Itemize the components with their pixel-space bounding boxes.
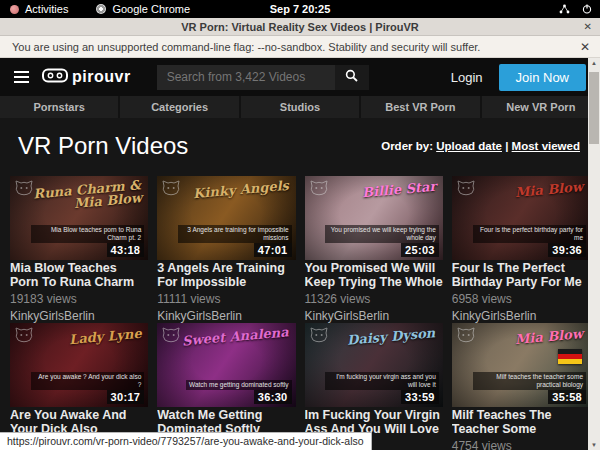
video-card: Runa Charm & Mia Blow Mia Blow teaches p… xyxy=(10,176,148,323)
video-title-link[interactable]: Four Is The Perfect Birthday Party For M… xyxy=(452,262,590,289)
video-card: Daisy Dyson I'm fucking your virgin ass … xyxy=(305,323,443,450)
studio-link[interactable]: KinkyGirlsBerlin xyxy=(452,310,590,323)
web-viewport: pirouvr Login Join Now PornstarsCategori… xyxy=(0,58,600,450)
duration-badge: 36:30 xyxy=(254,390,292,404)
nav-item-categories[interactable]: Categories xyxy=(120,96,240,118)
studio-cat-mask-icon xyxy=(457,180,475,200)
studio-cat-mask-icon xyxy=(162,180,180,200)
duration-badge: 43:18 xyxy=(107,243,145,257)
studio-link[interactable]: KinkyGirlsBerlin xyxy=(10,310,148,323)
window-close-icon[interactable]: ✕ xyxy=(584,21,592,32)
search-icon xyxy=(345,69,358,85)
video-card: Billie Star You promised we will keep tr… xyxy=(305,176,443,323)
studio-cat-mask-icon xyxy=(162,327,180,347)
video-title-link[interactable]: 3 Angels Are Training For Impossible Mis… xyxy=(157,262,295,289)
german-flag-icon xyxy=(558,349,582,364)
video-card: Lady Lyne Are you awake ? And your dick … xyxy=(10,323,148,450)
view-count: 19183 views xyxy=(10,293,148,305)
chrome-warning-bar: You are using an unsupported command-lin… xyxy=(0,36,600,58)
duration-badge: 47:01 xyxy=(254,243,292,257)
studio-cat-mask-icon xyxy=(457,327,475,347)
view-count: 11111 views xyxy=(157,293,295,305)
thumbnail-caption: 3 Angels are training for impossible mis… xyxy=(178,225,291,243)
main-nav: PornstarsCategoriesStudiosBest VR PornNe… xyxy=(0,96,600,118)
status-url-bar: https://pirouvr.com/vr-porn-video/779325… xyxy=(0,432,372,450)
video-thumbnail[interactable]: Kinky Angels 3 Angels are training for i… xyxy=(157,176,295,260)
scroll-down-icon[interactable]: ▼ xyxy=(588,442,600,448)
order-by: Order by: Upload date | Most viewed xyxy=(381,140,580,152)
scrollbar-thumb[interactable] xyxy=(589,72,599,144)
thumbnail-caption: I'm fucking your virgin ass and you will… xyxy=(325,372,438,390)
duration-badge: 30:17 xyxy=(107,390,145,404)
video-card: Kinky Angels 3 Angels are training for i… xyxy=(157,176,295,323)
search-bar xyxy=(157,65,369,90)
video-thumbnail[interactable]: Billie Star You promised we will keep tr… xyxy=(305,176,443,260)
thumbnail-caption: Watch me getting dominated softly xyxy=(186,380,291,390)
video-thumbnail[interactable]: Runa Charm & Mia Blow Mia Blow teaches p… xyxy=(10,176,148,260)
video-title-link[interactable]: Milf Teaches The Teacher Some Practical … xyxy=(452,409,590,436)
warning-message: You are using an unsupported command-lin… xyxy=(0,41,480,53)
video-grid: Runa Charm & Mia Blow Mia Blow teaches p… xyxy=(10,176,590,450)
brand-name: pirouvr xyxy=(72,68,131,86)
studio-cat-mask-icon xyxy=(15,327,33,347)
thumbnail-caption: You promised we will keep trying the who… xyxy=(325,225,438,243)
order-most-viewed-link[interactable]: Most viewed xyxy=(512,140,580,152)
network-icon[interactable] xyxy=(559,4,570,14)
system-top-bar: Activities Google Chrome Sep 7 20:25 xyxy=(0,0,600,18)
studio-link[interactable]: KinkyGirlsBerlin xyxy=(157,310,295,323)
video-thumbnail[interactable]: Daisy Dyson I'm fucking your virgin ass … xyxy=(305,323,443,407)
studio-link[interactable]: KinkyGirlsBerlin xyxy=(305,310,443,323)
duration-badge: 35:58 xyxy=(548,390,586,404)
video-title-link[interactable]: Mia Blow Teaches Porn To Runa Charm Pt 2 xyxy=(10,262,148,289)
video-card: Sweet Analena Watch me getting dominated… xyxy=(157,323,295,450)
video-card: Mia Blow Four is the perfect birthday pa… xyxy=(452,176,590,323)
power-icon[interactable] xyxy=(582,4,592,14)
video-title-link[interactable]: You Promised We Will Keep Trying The Who… xyxy=(305,262,443,289)
video-card: Mia Blow Milf teaches the teacher some p… xyxy=(452,323,590,450)
vr-goggles-icon xyxy=(42,68,68,87)
duration-badge: 33:59 xyxy=(401,390,439,404)
hamburger-menu-icon[interactable] xyxy=(14,71,29,83)
video-thumbnail[interactable]: Sweet Analena Watch me getting dominated… xyxy=(157,323,295,407)
view-count: 6958 views xyxy=(452,293,590,305)
site-logo[interactable]: pirouvr xyxy=(42,68,131,87)
site-header: pirouvr Login Join Now xyxy=(0,58,600,96)
order-by-label: Order by: xyxy=(381,140,433,152)
join-now-button[interactable]: Join Now xyxy=(499,64,586,91)
video-thumbnail[interactable]: Mia Blow Four is the perfect birthday pa… xyxy=(452,176,590,260)
thumbnail-caption: Milf teaches the teacher some practical … xyxy=(473,372,586,390)
nav-item-studios[interactable]: Studios xyxy=(241,96,361,118)
video-thumbnail[interactable]: Lady Lyne Are you awake ? And your dick … xyxy=(10,323,148,407)
warning-close-icon[interactable]: ✕ xyxy=(580,40,590,54)
page-title: VR Porn Videos xyxy=(18,132,188,160)
login-link[interactable]: Login xyxy=(451,70,483,85)
duration-badge: 25:03 xyxy=(401,243,439,257)
nav-item-pornstars[interactable]: Pornstars xyxy=(0,96,120,118)
nav-item-best-vr-porn[interactable]: Best VR Porn xyxy=(361,96,481,118)
view-count: 4754 views xyxy=(452,440,590,450)
browser-title-bar: VR Porn: Virtual Reality Sex Videos | Pi… xyxy=(0,18,600,36)
view-count: 11326 views xyxy=(305,293,443,305)
studio-cat-mask-icon xyxy=(310,327,328,347)
clock[interactable]: Sep 7 20:25 xyxy=(0,3,600,15)
order-separator: | xyxy=(505,140,508,152)
window-title: VR Porn: Virtual Reality Sex Videos | Pi… xyxy=(181,21,418,33)
order-upload-date-link[interactable]: Upload date xyxy=(436,140,502,152)
nav-item-new-vr-porn[interactable]: New VR Porn xyxy=(482,96,600,118)
thumbnail-caption: Four is the perfect birthday party for m… xyxy=(473,225,586,243)
scroll-up-icon[interactable]: ▲ xyxy=(588,60,600,66)
thumbnail-caption: Mia Blow teaches porn to Runa Charm pt. … xyxy=(31,225,144,243)
duration-badge: 39:36 xyxy=(548,243,586,257)
vertical-scrollbar[interactable]: ▲ ▼ xyxy=(588,58,600,450)
video-thumbnail[interactable]: Mia Blow Milf teaches the teacher some p… xyxy=(452,323,590,407)
studio-cat-mask-icon xyxy=(310,180,328,200)
search-input[interactable] xyxy=(157,65,335,90)
search-button[interactable] xyxy=(335,65,369,90)
thumbnail-caption: Are you awake ? And your dick also ? xyxy=(31,372,144,390)
